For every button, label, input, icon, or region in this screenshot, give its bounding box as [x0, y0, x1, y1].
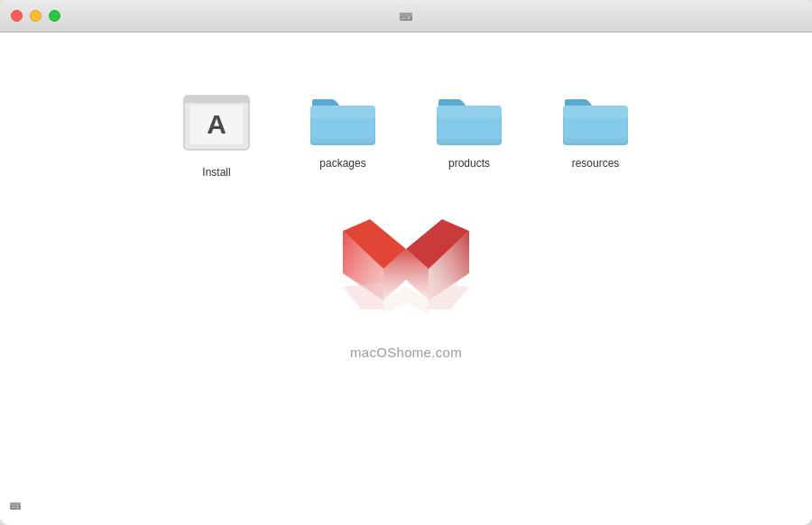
- svg-text:A: A: [207, 109, 226, 139]
- adobe-installer-icon: A: [180, 87, 253, 159]
- maximize-button[interactable]: [49, 10, 60, 22]
- watermark-label: macOShome.com: [350, 345, 462, 360]
- bottom-drive-icon: [9, 500, 22, 512]
- svg-point-31: [16, 506, 18, 508]
- gmail-logo: [325, 206, 487, 341]
- list-item[interactable]: products: [433, 87, 505, 170]
- folder-icon-resources: [559, 87, 632, 150]
- svg-rect-16: [438, 108, 500, 143]
- titlebar: [0, 0, 812, 32]
- folder-icon-packages: [307, 87, 379, 150]
- item-label: packages: [319, 157, 365, 170]
- list-item[interactable]: packages: [307, 87, 379, 170]
- list-item[interactable]: A Install: [180, 87, 253, 179]
- traffic-lights: [11, 10, 60, 22]
- window-content: A Install packages: [0, 32, 812, 525]
- finder-window: A Install packages: [0, 0, 812, 525]
- svg-marker-26: [343, 282, 383, 309]
- item-label: products: [448, 157, 490, 170]
- items-row: A Install packages: [18, 87, 794, 179]
- svg-rect-6: [184, 99, 249, 103]
- minimize-button[interactable]: [30, 10, 42, 22]
- item-label: resources: [572, 157, 620, 170]
- svg-rect-3: [401, 18, 406, 19]
- list-item[interactable]: resources: [559, 87, 632, 170]
- svg-marker-27: [429, 282, 469, 309]
- item-label: Install: [202, 166, 230, 179]
- svg-point-2: [408, 16, 411, 19]
- close-button[interactable]: [11, 10, 23, 22]
- svg-rect-20: [565, 108, 626, 143]
- svg-rect-32: [11, 507, 15, 508]
- svg-rect-12: [312, 108, 374, 143]
- folder-icon-products: [433, 87, 505, 150]
- bottom-disk-icon-area: [9, 500, 22, 516]
- svg-rect-1: [400, 13, 412, 17]
- titlebar-icon-area: [399, 9, 413, 23]
- drive-icon: [399, 9, 413, 23]
- svg-rect-30: [10, 502, 21, 506]
- gmail-section: macOShome.com: [325, 206, 487, 360]
